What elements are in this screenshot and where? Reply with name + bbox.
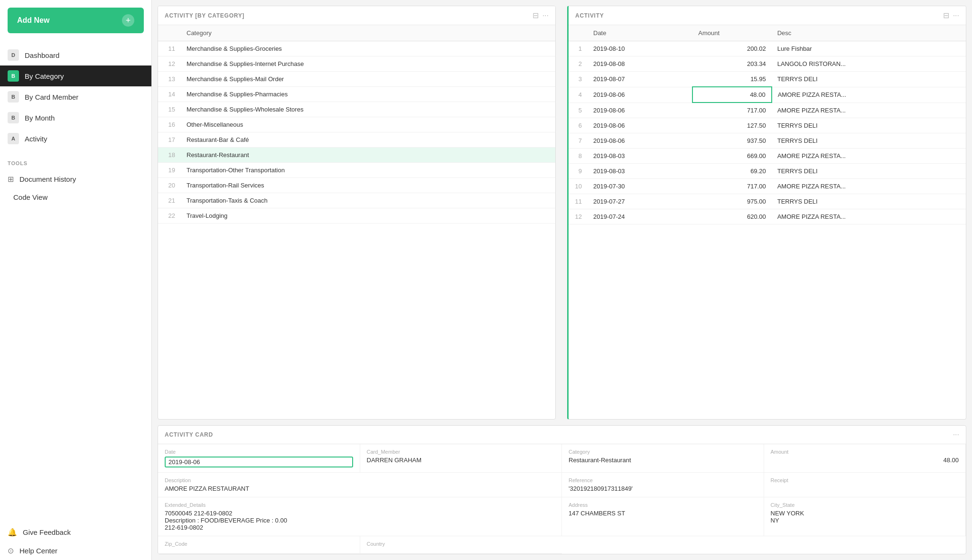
left-panel-actions: ⊟ ··· (533, 11, 549, 20)
address-label: Address (569, 502, 757, 508)
row-category: Merchandise & Supplies-Groceries (181, 41, 555, 56)
row-num: 4 (569, 87, 588, 103)
filter-icon[interactable]: ⊟ (533, 11, 539, 20)
nav-label-by-category: By Category (25, 72, 64, 80)
right-panel-table: Date Amount Desc 1 2019-08-10 200.02 Lur… (569, 25, 966, 224)
table-row[interactable]: 11 Merchandise & Supplies-Groceries (158, 41, 555, 56)
row-num: 20 (158, 178, 181, 193)
sidebar-item-by-month[interactable]: B By Month (0, 107, 151, 128)
more-icon-right[interactable]: ··· (953, 11, 959, 20)
tools-item-document-history[interactable]: ⊞ Document History (0, 170, 151, 188)
city-state-label: City_State (771, 502, 959, 508)
country-label: Country (367, 541, 556, 547)
panels-row: ACTIVITY [by Category] ⊟ ··· Category 11 (152, 0, 972, 425)
bottom-label-give-feedback: Give Feedback (23, 528, 71, 536)
row-category: Merchandise & Supplies-Wholesale Stores (181, 102, 555, 117)
table-row[interactable]: 16 Other-Miscellaneous (158, 117, 555, 132)
tools-label: TOOLS (0, 153, 151, 170)
extended-details-field: Extended_Details 70500045 212-619-0802 D… (158, 497, 562, 536)
amount-value: 48.00 (771, 457, 959, 464)
table-row[interactable]: 20 Transportation-Rail Services (158, 178, 555, 193)
table-row[interactable]: 14 Merchandise & Supplies-Pharmacies (158, 87, 555, 102)
table-row[interactable]: 10 2019-07-30 717.00 AMORE PIZZA RESTA..… (569, 179, 966, 194)
description-field: Description AMORE PIZZA RESTAURANT (158, 473, 562, 497)
table-row[interactable]: 18 Restaurant-Restaurant (158, 148, 555, 163)
row-amount: 620.00 (692, 209, 771, 224)
row-amount: 69.20 (692, 164, 771, 179)
col-date: Date (588, 25, 692, 41)
table-row[interactable]: 12 2019-07-24 620.00 AMORE PIZZA RESTA..… (569, 209, 966, 224)
row-num: 17 (158, 132, 181, 148)
table-row[interactable]: 5 2019-08-06 717.00 AMORE PIZZA RESTA... (569, 103, 966, 118)
row-category: Restaurant-Bar & Café (181, 132, 555, 148)
row-date: 2019-07-27 (588, 194, 692, 209)
table-row[interactable]: 3 2019-08-07 15.95 TERRYS DELI (569, 72, 966, 87)
table-row[interactable]: 11 2019-07-27 975.00 TERRYS DELI (569, 194, 966, 209)
country-field: Country (360, 536, 562, 554)
table-row[interactable]: 4 2019-08-06 48.00 AMORE PIZZA RESTA... (569, 87, 966, 103)
row-num: 19 (158, 163, 181, 178)
bottom-item-help-center[interactable]: ⊙ Help Center (0, 541, 151, 560)
table-row[interactable]: 7 2019-08-06 937.50 TERRYS DELI (569, 133, 966, 149)
tools-section: ⊞ Document History Code View (0, 170, 151, 206)
row-num: 1 (569, 41, 588, 56)
table-row[interactable]: 22 Travel-Lodging (158, 208, 555, 224)
right-panel-actions: ⊟ ··· (943, 11, 959, 20)
row-num: 21 (158, 193, 181, 208)
sidebar-item-activity[interactable]: A Activity (0, 128, 151, 149)
row-num: 12 (569, 209, 588, 224)
detail-more-icon[interactable]: ··· (953, 430, 959, 439)
table-row[interactable]: 8 2019-08-03 669.00 AMORE PIZZA RESTA... (569, 149, 966, 164)
row-num: 15 (158, 102, 181, 117)
table-row[interactable]: 19 Transportation-Other Transportation (158, 163, 555, 178)
row-date: 2019-08-03 (588, 164, 692, 179)
left-panel-table-wrapper: Category 11 Merchandise & Supplies-Groce… (158, 25, 555, 419)
detail-panel-title: ACTIVITY Card (165, 431, 213, 438)
tools-label-document-history: Document History (19, 175, 76, 183)
category-value: Restaurant-Restaurant (569, 457, 757, 464)
table-row[interactable]: 15 Merchandise & Supplies-Wholesale Stor… (158, 102, 555, 117)
row-num: 10 (569, 179, 588, 194)
col-category: Category (181, 25, 555, 41)
table-row[interactable]: 17 Restaurant-Bar & Café (158, 132, 555, 148)
amount-field: Amount 48.00 (764, 444, 966, 473)
row-amount: 717.00 (692, 179, 771, 194)
date-input[interactable] (165, 457, 353, 467)
date-label: Date (165, 449, 353, 455)
row-desc: AMORE PIZZA RESTA... (772, 179, 966, 194)
row-category: Transportation-Taxis & Coach (181, 193, 555, 208)
row-desc: Lure Fishbar (772, 41, 966, 56)
extended-details-label: Extended_Details (165, 502, 555, 508)
row-date: 2019-08-06 (588, 118, 692, 133)
nav-badge-by-card-member: B (8, 91, 19, 103)
table-row[interactable]: 12 Merchandise & Supplies-Internet Purch… (158, 56, 555, 72)
table-row[interactable]: 2 2019-08-08 203.34 LANGOLO RISTORAN... (569, 56, 966, 72)
row-num: 7 (569, 133, 588, 149)
row-amount: 717.00 (692, 103, 771, 118)
row-amount: 15.95 (692, 72, 771, 87)
add-new-button[interactable]: Add New + (8, 8, 144, 33)
table-row[interactable]: 21 Transportation-Taxis & Coach (158, 193, 555, 208)
sidebar-item-by-category[interactable]: B By Category (0, 65, 151, 86)
row-num: 5 (569, 103, 588, 118)
row-desc: TERRYS DELI (772, 133, 966, 149)
table-row[interactable]: 9 2019-08-03 69.20 TERRYS DELI (569, 164, 966, 179)
row-category: Travel-Lodging (181, 208, 555, 224)
nav-label-dashboard: Dashboard (25, 51, 59, 59)
more-icon[interactable]: ··· (542, 11, 549, 20)
col-desc: Desc (772, 25, 966, 41)
row-category: Other-Miscellaneous (181, 117, 555, 132)
table-row[interactable]: 1 2019-08-10 200.02 Lure Fishbar (569, 41, 966, 56)
sidebar-item-dashboard[interactable]: D Dashboard (0, 45, 151, 65)
row-date: 2019-08-06 (588, 133, 692, 149)
bottom-item-give-feedback[interactable]: 🔔 Give Feedback (0, 523, 151, 541)
tools-item-code-view[interactable]: Code View (0, 188, 151, 206)
row-num: 16 (158, 117, 181, 132)
table-row[interactable]: 13 Merchandise & Supplies-Mail Order (158, 72, 555, 87)
filter-icon-right[interactable]: ⊟ (943, 11, 949, 20)
sidebar-item-by-card-member[interactable]: B By Card Member (0, 86, 151, 107)
row-amount: 669.00 (692, 149, 771, 164)
bottom-icon-give-feedback: 🔔 (8, 528, 17, 537)
table-row[interactable]: 6 2019-08-06 127.50 TERRYS DELI (569, 118, 966, 133)
row-desc: TERRYS DELI (772, 118, 966, 133)
